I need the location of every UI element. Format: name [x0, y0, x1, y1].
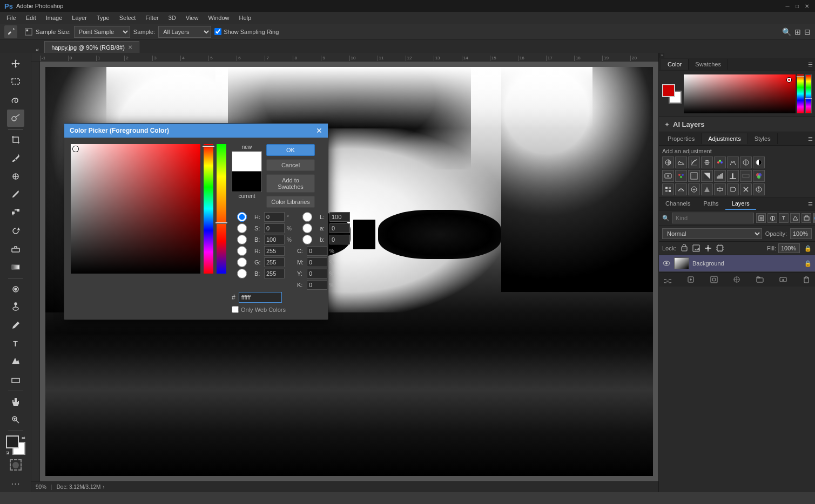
menu-type[interactable]: Type	[92, 13, 114, 22]
filter-active-toggle[interactable]	[813, 213, 815, 223]
color-swatches[interactable]: ⇄ ◪	[6, 435, 25, 455]
show-sampling-ring-checkbox[interactable]	[214, 28, 221, 35]
adj-icon-1[interactable]	[662, 183, 674, 195]
filter-type-icon[interactable]: T	[779, 213, 789, 223]
blur-tool[interactable]	[7, 281, 24, 298]
shape-tool[interactable]	[7, 371, 24, 389]
menu-file[interactable]: File	[2, 13, 21, 22]
green-radio[interactable]	[232, 257, 252, 267]
adj-icon-2[interactable]	[675, 183, 687, 195]
foreground-color-swatch[interactable]	[6, 435, 19, 448]
sample-select[interactable]: All Layers Current Layer	[158, 26, 211, 38]
blend-mode-select[interactable]: Normal Dissolve Multiply	[662, 228, 762, 239]
extra-color-slider[interactable]	[217, 144, 226, 274]
levels-icon[interactable]	[675, 156, 687, 168]
color-libraries-button[interactable]: Color Libraries	[266, 196, 315, 208]
rectangular-marquee-tool[interactable]	[7, 73, 24, 91]
adj-icon-7[interactable]	[740, 183, 752, 195]
only-web-colors-checkbox[interactable]	[232, 306, 239, 313]
more-tools-button[interactable]: …	[7, 473, 24, 490]
collapse-panels-btn[interactable]: «	[32, 46, 42, 53]
close-button[interactable]: ✕	[803, 2, 811, 10]
lock-transparent-icon[interactable]	[679, 243, 689, 253]
zoom-tool[interactable]	[7, 411, 24, 428]
lock-all-icon[interactable]: 🔒	[804, 245, 812, 252]
menu-help[interactable]: Help	[235, 13, 256, 22]
layers-panel-menu-icon[interactable]: ☰	[808, 201, 813, 207]
lock-artboard-icon[interactable]	[715, 243, 725, 253]
tab-close-button[interactable]: ✕	[128, 44, 132, 50]
layer-visibility-eye[interactable]	[662, 259, 671, 268]
dodge-tool[interactable]	[7, 299, 24, 316]
layers-search-input[interactable]	[672, 213, 754, 223]
adjustments-tab[interactable]: Adjustments	[702, 133, 748, 144]
l-input[interactable]	[329, 212, 350, 222]
lasso-tool[interactable]	[7, 91, 24, 108]
menu-window[interactable]: Window	[204, 13, 233, 22]
hue-input[interactable]	[264, 212, 285, 222]
workspace-icon[interactable]: ⊟	[804, 28, 811, 36]
l-radio[interactable]	[297, 212, 318, 222]
green-input[interactable]	[264, 257, 285, 267]
filter-pixel-icon[interactable]	[756, 213, 766, 223]
a-input[interactable]	[329, 223, 350, 233]
color-gradient-picker[interactable]	[71, 144, 200, 274]
hue-saturation-icon[interactable]	[727, 156, 739, 168]
spectrum-strip[interactable]	[805, 74, 812, 113]
fill-input[interactable]	[778, 243, 800, 253]
gradient-tool[interactable]	[7, 258, 24, 276]
text-tool[interactable]: T	[7, 335, 24, 352]
filter-adjustment-icon[interactable]	[767, 213, 777, 223]
b-lab-input[interactable]	[329, 235, 350, 244]
layer-adjustment-icon[interactable]	[731, 274, 742, 285]
adjustments-menu-icon[interactable]: ☰	[808, 136, 813, 142]
adj-icon-8[interactable]	[753, 183, 765, 195]
blue-radio[interactable]	[232, 269, 252, 278]
properties-tab[interactable]: Properties	[661, 133, 702, 144]
layer-row-background[interactable]: Background 🔒	[659, 255, 815, 272]
swap-colors-icon[interactable]: ⇄	[22, 435, 25, 440]
sample-size-select[interactable]: Point Sample 3 by 3 Average 5 by 5 Avera…	[74, 26, 130, 38]
reset-colors-icon[interactable]: ◪	[6, 451, 10, 455]
menu-image[interactable]: Image	[42, 13, 67, 22]
menu-edit[interactable]: Edit	[22, 13, 41, 22]
ok-button[interactable]: OK	[266, 144, 315, 156]
eyedropper-tool[interactable]	[7, 149, 24, 167]
channel-mixer-icon[interactable]	[675, 170, 687, 182]
saturation-radio[interactable]	[232, 223, 252, 233]
gradient-map-icon[interactable]	[740, 170, 752, 182]
swatches-tab[interactable]: Swatches	[689, 59, 728, 70]
exposure-icon[interactable]	[701, 156, 713, 168]
hue-strip-display[interactable]	[797, 74, 804, 113]
layer-mask-icon[interactable]	[709, 274, 719, 285]
lock-position-icon[interactable]	[703, 243, 713, 253]
y-input[interactable]	[307, 269, 327, 278]
adj-icon-3[interactable]	[688, 183, 700, 195]
history-brush-tool[interactable]	[7, 222, 24, 240]
menu-select[interactable]: Select	[115, 13, 140, 22]
color-field-display[interactable]	[684, 74, 796, 113]
adj-icon-6[interactable]	[727, 183, 739, 195]
color-lookup-icon[interactable]	[688, 170, 700, 182]
invert-icon[interactable]	[701, 170, 713, 182]
dialog-titlebar[interactable]: Color Picker (Foreground Color) ✕	[64, 124, 328, 138]
pen-tool[interactable]	[7, 317, 24, 334]
menu-filter[interactable]: Filter	[141, 13, 163, 22]
red-radio[interactable]	[232, 246, 252, 256]
menu-layer[interactable]: Layer	[68, 13, 91, 22]
paths-tab[interactable]: Paths	[697, 198, 725, 210]
clone-stamp-tool[interactable]	[7, 204, 24, 221]
doc-info-arrow[interactable]: ›	[103, 484, 104, 490]
filter-shape-icon[interactable]	[790, 213, 800, 223]
arrange-icon[interactable]: ⊞	[794, 28, 801, 36]
styles-tab[interactable]: Styles	[748, 133, 778, 144]
adj-icon-5[interactable]	[714, 183, 726, 195]
color-tab[interactable]: Color	[661, 59, 689, 70]
crop-tool[interactable]	[7, 132, 24, 149]
hue-radio[interactable]	[232, 212, 252, 222]
minimize-button[interactable]: ─	[784, 2, 791, 10]
layer-group-icon[interactable]	[755, 274, 765, 285]
document-tab[interactable]: happy.jpg @ 90% (RGB/8#) ✕	[44, 41, 139, 53]
k-input[interactable]	[307, 280, 327, 290]
a-radio[interactable]	[297, 223, 318, 233]
